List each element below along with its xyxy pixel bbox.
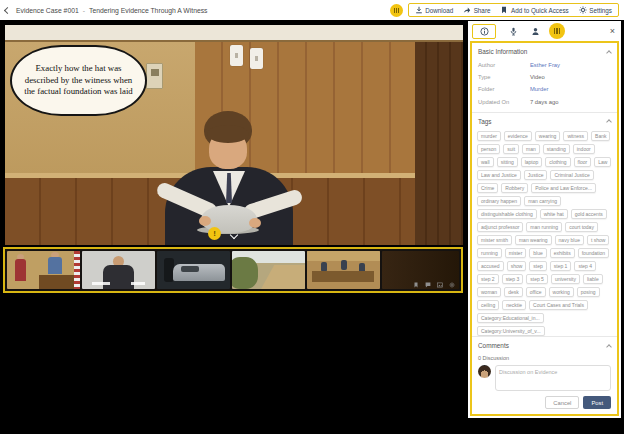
caption-text-bar [131,282,145,285]
tag-chip[interactable]: white hat [540,209,568,220]
thumbnail-courtroom-wide[interactable] [307,251,380,289]
tag-chip[interactable]: Bank [591,131,610,142]
tag-chip[interactable]: laptop [521,157,543,168]
tab-info[interactable] [472,24,496,39]
tag-chip[interactable]: gold accents [571,209,607,220]
tag-chip[interactable]: Robbery [501,183,528,194]
tag-chip[interactable]: adjunct professor [477,222,523,233]
tag-chip[interactable]: Justice [524,170,548,181]
tag-chip[interactable]: Category:Educational_in... [477,313,544,324]
tag-chip[interactable]: distinguishable clothing [477,209,537,220]
tag-chip[interactable]: t show [587,235,609,246]
tags-header[interactable]: Tags [472,113,617,128]
tag-chip[interactable]: foundation [578,248,609,259]
tag-chip[interactable]: suit [503,144,519,155]
witness-left-hand [199,216,211,226]
panel-tabs: × [468,21,621,41]
tag-chip[interactable]: office [526,287,546,298]
tab-audio[interactable] [509,27,518,36]
tag-chip[interactable]: man [522,144,540,155]
tag-chip[interactable]: mister [505,248,527,259]
tab-grid-active[interactable] [549,23,565,39]
settings-button[interactable]: Settings [579,6,612,14]
post-button[interactable]: Post [583,396,611,409]
tag-chip[interactable]: man wearing [515,235,552,246]
top-bar: Evidence Case #001 - Tendering Evidence … [0,0,624,20]
basic-information-rows: Author Esther Fray Type Video Folder Mur… [472,58,617,112]
tag-chip[interactable]: liable [583,274,603,285]
comments-header[interactable]: Comments [472,337,617,352]
tag-chip[interactable]: accused [477,261,504,272]
pause-indicator-button[interactable] [390,4,403,17]
tag-chip[interactable]: witness [563,131,588,142]
info-row-type: Type Video [478,71,611,83]
tag-chip[interactable]: ordinary happen [477,196,521,207]
image-icon[interactable] [437,282,443,288]
tag-chip[interactable]: indoor [573,144,595,155]
comment-input[interactable] [495,365,611,391]
gear-icon[interactable] [449,282,455,288]
share-button[interactable]: Share [463,6,490,14]
basic-information-header[interactable]: Basic Information [472,43,617,58]
person-icon [531,27,540,36]
tag-chip[interactable]: evidence [504,131,532,142]
tag-chip[interactable]: wall [477,157,494,168]
tag-chip[interactable]: step 4 [574,261,596,272]
tag-chip[interactable]: desk [504,287,523,298]
tag-chip[interactable]: show [507,261,527,272]
tag-chip[interactable]: mister smith [477,235,512,246]
author-link[interactable]: Esther Fray [530,59,560,71]
tag-chip[interactable]: step 2 [477,274,499,285]
tag-chip[interactable]: wearing [535,131,561,142]
tag-chip[interactable]: working [549,287,574,298]
tag-chip[interactable]: murder [477,131,501,142]
tag-chip[interactable]: man running [526,222,562,233]
folder-link[interactable]: Murder [530,83,548,95]
filmstrip[interactable] [3,247,463,293]
thumbnail-man-in-suit[interactable] [82,251,155,289]
case-label: Evidence Case #001 [16,7,79,14]
thumbnail-courtroom-two-people[interactable] [7,251,80,289]
tag-chip[interactable]: navy blue [555,235,584,246]
tag-chip[interactable]: step 3 [502,274,524,285]
comment-icon[interactable] [425,282,431,288]
tag-chip[interactable]: Police and Law Enforce... [531,183,596,194]
tag-chip[interactable]: necktie [502,300,526,311]
thumbnail-car-scene[interactable] [157,251,230,289]
add-to-quick-access-button[interactable]: Add to Quick Access [500,6,568,14]
tag-chip[interactable]: clothing [545,157,570,168]
tag-chip[interactable]: Law [594,157,611,168]
tag-chip[interactable]: blue [529,248,546,259]
tag-chip[interactable]: Crime [477,183,498,194]
tag-chip[interactable]: step 5 [526,274,548,285]
tag-chip[interactable]: Criminal Justice [550,170,593,181]
tag-chip[interactable]: exhibits [550,248,575,259]
close-panel-button[interactable]: × [608,25,617,38]
thumbnail-street-scene[interactable] [232,251,305,289]
tag-chip[interactable]: sitting [497,157,518,168]
info-row-folder: Folder Murder [478,83,611,95]
tag-chip[interactable]: Court Cases and Trials [529,300,588,311]
tag-chip[interactable]: posing [577,287,600,298]
back-button[interactable] [5,8,10,13]
tag-chip[interactable]: woman [477,287,501,298]
tag-chip[interactable]: university [551,274,580,285]
tab-people[interactable] [531,27,540,36]
tag-chip[interactable]: person [477,144,500,155]
download-button[interactable]: Download [415,6,454,14]
tag-chip[interactable]: standing [543,144,570,155]
tag-chip[interactable]: running [477,248,502,259]
tag-chip[interactable]: floor [574,157,592,168]
tag-chip[interactable]: man carrying [524,196,561,207]
tag-chip[interactable]: Law and Justice [477,170,521,181]
cancel-button[interactable]: Cancel [545,396,579,409]
video-player[interactable]: Exactly how the hat was described by the… [5,25,463,245]
download-icon [415,6,423,14]
tag-chip[interactable]: step [529,261,546,272]
tag-chip[interactable]: step 1 [550,261,572,272]
timeline-marker[interactable]: ! [208,227,221,240]
tag-chip[interactable]: ceiling [477,300,499,311]
bookmark-icon[interactable] [413,282,419,288]
tag-chip[interactable]: Category:University_of_v... [477,326,545,336]
tag-chip[interactable]: court today [565,222,598,233]
